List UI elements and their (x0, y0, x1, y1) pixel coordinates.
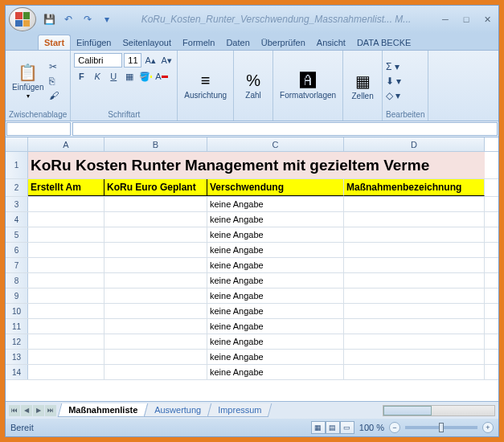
row-header[interactable]: 3 (6, 197, 28, 211)
last-sheet-icon[interactable]: ⏭ (45, 405, 56, 416)
cell[interactable] (104, 304, 207, 318)
header-cell[interactable]: Maßnahmenbezeichnung (344, 179, 485, 196)
cell[interactable] (344, 350, 485, 364)
row-header[interactable]: 11 (6, 319, 28, 334)
cell[interactable] (344, 273, 485, 288)
row-header[interactable]: 1 (6, 152, 28, 178)
zoom-out-button[interactable]: − (389, 422, 400, 433)
zoom-level[interactable]: 100 % (359, 423, 384, 432)
autosum-icon[interactable]: Σ ▾ (386, 60, 401, 73)
sheet-tab-impressum[interactable]: Impressum (207, 403, 272, 417)
cell[interactable] (104, 334, 207, 349)
row-header[interactable]: 14 (6, 365, 28, 379)
cell[interactable] (344, 258, 485, 272)
tab-einfuegen[interactable]: Einfügen (71, 35, 117, 50)
cell[interactable] (104, 350, 207, 364)
bold-button[interactable]: F (74, 69, 88, 84)
cell[interactable] (104, 289, 207, 303)
cell[interactable] (344, 289, 485, 303)
cell[interactable]: keine Angabe (207, 212, 344, 227)
cell[interactable]: keine Angabe (207, 258, 344, 272)
prev-sheet-icon[interactable]: ◀ (21, 405, 32, 416)
view-pagebreak-icon[interactable]: ▭ (340, 421, 354, 434)
cell[interactable] (104, 273, 207, 288)
cell[interactable] (28, 319, 104, 334)
zoom-thumb[interactable] (439, 423, 444, 432)
cell[interactable] (28, 334, 104, 349)
cell[interactable]: keine Angabe (207, 304, 344, 318)
cell[interactable]: keine Angabe (207, 365, 344, 379)
cell[interactable] (28, 365, 104, 379)
cell[interactable] (28, 273, 104, 288)
tab-ansicht[interactable]: Ansicht (311, 35, 351, 50)
cell[interactable] (28, 212, 104, 227)
cell[interactable] (28, 258, 104, 272)
formula-input[interactable] (72, 122, 498, 136)
save-icon[interactable]: 💾 (41, 11, 57, 27)
office-button[interactable] (9, 7, 36, 31)
next-sheet-icon[interactable]: ▶ (33, 405, 44, 416)
name-box[interactable] (6, 122, 71, 136)
tab-daten[interactable]: Daten (220, 35, 255, 50)
cell[interactable] (28, 304, 104, 318)
cell[interactable] (104, 319, 207, 334)
col-header[interactable]: A (28, 137, 104, 151)
horizontal-scrollbar[interactable] (383, 405, 495, 416)
qat-dropdown-icon[interactable]: ▾ (99, 11, 115, 27)
redo-icon[interactable]: ↷ (80, 11, 96, 27)
cell[interactable] (344, 212, 485, 227)
sheet-title-cell[interactable]: KoRu Kosten Runter Management mit geziel… (28, 152, 485, 178)
cell[interactable]: keine Angabe (207, 319, 344, 334)
row-header[interactable]: 4 (6, 212, 28, 227)
font-color-icon[interactable]: A (154, 69, 169, 84)
clear-icon[interactable]: ◇ ▾ (386, 89, 401, 102)
minimize-button[interactable]: ─ (437, 13, 453, 26)
cell[interactable]: keine Angabe (207, 334, 344, 349)
cell[interactable]: keine Angabe (207, 289, 344, 303)
row-header[interactable]: 13 (6, 350, 28, 364)
row-header[interactable]: 9 (6, 289, 28, 303)
maximize-button[interactable]: □ (458, 13, 474, 26)
alignment-button[interactable]: ≡ Ausrichtung (181, 70, 230, 101)
view-normal-icon[interactable]: ▦ (311, 421, 326, 434)
fill-icon[interactable]: ⬇ ▾ (386, 75, 401, 88)
tab-ueberpruefen[interactable]: Überprüfen (256, 35, 311, 50)
col-header[interactable]: C (207, 137, 344, 151)
col-header[interactable]: D (344, 137, 485, 151)
col-header[interactable]: B (104, 137, 207, 151)
underline-button[interactable]: U (106, 69, 121, 84)
cell[interactable] (344, 243, 485, 257)
header-cell[interactable]: KoRu Euro Geplant (104, 179, 207, 196)
cell[interactable] (344, 197, 485, 211)
cell[interactable] (344, 227, 485, 242)
view-pagelayout-icon[interactable]: ▤ (326, 421, 340, 434)
cell[interactable] (104, 243, 207, 257)
cell[interactable]: keine Angabe (207, 273, 344, 288)
zoom-in-button[interactable]: + (482, 422, 494, 433)
shrink-font-icon[interactable]: A▾ (159, 53, 174, 68)
copy-icon[interactable]: ⎘ (49, 75, 59, 88)
zoom-slider[interactable] (405, 426, 477, 429)
cell[interactable] (104, 227, 207, 242)
cell[interactable]: keine Angabe (207, 243, 344, 257)
paste-button[interactable]: 📋 Einfügen ▾ (9, 61, 47, 101)
cell[interactable] (28, 243, 104, 257)
cell[interactable] (344, 319, 485, 334)
row-header[interactable]: 8 (6, 273, 28, 288)
font-size-select[interactable]: 11 (124, 53, 141, 68)
cell[interactable] (344, 365, 485, 379)
cell[interactable]: keine Angabe (207, 197, 344, 211)
row-header[interactable]: 12 (6, 334, 28, 349)
select-all-corner[interactable] (6, 137, 28, 151)
cells-button[interactable]: ▦ Zellen (346, 70, 379, 102)
tab-databecke[interactable]: DATA BECKE (351, 35, 416, 50)
row-header[interactable]: 6 (6, 243, 28, 257)
cell[interactable] (28, 350, 104, 364)
undo-icon[interactable]: ↶ (60, 11, 76, 27)
cell[interactable] (344, 304, 485, 318)
header-cell[interactable]: Erstellt Am (28, 179, 104, 196)
row-header[interactable]: 5 (6, 227, 28, 242)
tab-seitenlayout[interactable]: Seitenlayout (117, 35, 178, 50)
sheet-tab-auswertung[interactable]: Auswertung (144, 403, 212, 417)
header-cell[interactable]: Verschwendung (207, 179, 344, 196)
